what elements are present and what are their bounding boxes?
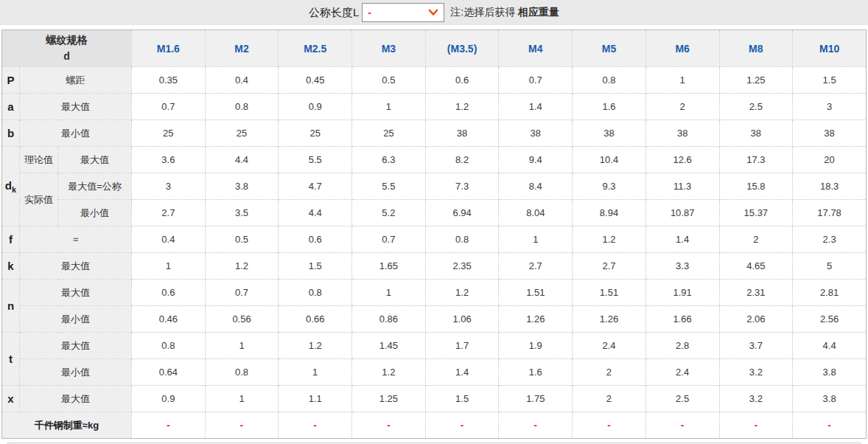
row-key: k [2,253,20,280]
value-cell: 1.4 [499,94,573,120]
table-row: k最大值11.21.51.652.352.72.73.34.655 [2,253,867,280]
value-cell: 0.4 [205,67,279,94]
value-cell: 5.5 [352,173,426,200]
value-cell: - [719,412,793,439]
value-cell: 0.8 [132,333,206,359]
value-cell: 0.8 [573,67,646,94]
value-cell: 8.2 [425,147,499,173]
value-cell: 4.7 [279,173,352,200]
value-cell: 0.5 [352,67,426,94]
table-row: b最小值25252525383838383838 [2,120,867,147]
value-cell: 38 [719,120,793,147]
value-cell: 1.91 [645,280,719,306]
value-cell: 5 [793,253,867,280]
column-header: M6 [645,30,719,67]
nominal-length-select[interactable]: - [362,3,444,22]
value-cell: 2.06 [719,306,793,333]
value-cell: - [132,412,206,439]
value-cell: 2.7 [499,253,573,280]
value-cell: 9.4 [499,147,573,173]
value-cell: - [793,412,867,439]
table-row: x最大值0.911.11.251.51.7522.53.23.8 [2,386,867,412]
value-cell: 1.2 [425,94,499,120]
value-cell: 2.5 [645,386,719,412]
row-label: 最大值 [20,253,132,280]
thread-spec-corner-cell: 螺纹规格d [2,30,132,67]
column-header: M1.6 [132,30,206,67]
value-cell: 17.78 [793,200,867,226]
column-header: M10 [793,30,867,67]
value-cell: 0.6 [425,67,499,94]
table-row: P螺距0.350.40.450.50.60.70.811.251.5 [2,67,867,94]
row-key: f [2,226,20,253]
value-cell: 0.7 [205,280,279,306]
value-cell: 1.25 [719,67,793,94]
value-cell: 17.3 [719,147,793,173]
value-cell: 2.31 [719,280,793,306]
row-key: b [2,120,20,147]
value-cell: 1.2 [205,253,279,280]
value-cell: 0.6 [132,280,206,306]
value-cell: 1.2 [352,359,426,386]
row-key: dk [2,147,20,226]
value-cell: 1.6 [573,94,646,120]
value-cell: 15.37 [719,200,793,226]
value-cell: 0.7 [132,94,206,120]
value-cell: 1 [279,359,352,386]
row-key: n [2,280,20,333]
value-cell: 8.94 [573,200,646,226]
value-cell: 0.8 [205,94,279,120]
row-label: 实际值 [20,173,58,226]
value-cell: 1.5 [279,253,352,280]
value-cell: 4.4 [793,333,867,359]
value-cell: 25 [132,120,206,147]
row-label: 最大值 [20,333,132,359]
row-label: 最大值=公称 [58,173,132,200]
row-key: t [2,333,20,386]
value-cell: 6.94 [425,200,499,226]
row-footer-label: 千件钢制重≈kg [2,412,132,439]
value-cell: 1.1 [279,386,352,412]
spec-table: 螺纹规格dM1.6M2M2.5M3(M3.5)M4M5M6M8M10P螺距0.3… [1,30,867,439]
table-row: a最大值0.70.80.911.21.41.622.53 [2,94,867,120]
value-cell: 0.8 [205,359,279,386]
table-row: 实际值最大值=公称33.84.75.57.38.49.311.315.818.3 [2,173,867,200]
column-header: M2 [205,30,279,67]
chevron-down-icon [428,9,438,16]
value-cell: 1 [205,386,279,412]
row-label: 最大值 [20,386,132,412]
value-cell: 38 [793,120,867,147]
value-cell: 2.56 [793,306,867,333]
value-cell: 1 [352,280,426,306]
value-cell: 2 [573,386,646,412]
value-cell: 3 [793,94,867,120]
row-label: 最大值 [20,280,132,306]
value-cell: 1.75 [499,386,573,412]
value-cell: 1.9 [499,333,573,359]
column-header: M3 [352,30,426,67]
row-key: P [2,67,20,94]
table-row: dk理论值最大值3.64.45.56.38.29.410.412.617.320 [2,147,867,173]
value-cell: 1.5 [425,386,499,412]
value-cell: 1.51 [573,280,646,306]
value-cell: 8.4 [499,173,573,200]
value-cell: 0.7 [352,226,426,253]
column-header: M8 [719,30,793,67]
value-cell: 0.86 [352,306,426,333]
note-prefix: 注:选择后获得 [450,6,515,18]
table-row: 最小值2.73.54.45.26.948.048.9410.8715.3717.… [2,200,867,226]
value-cell: 3.5 [205,200,279,226]
value-cell: 3.8 [793,386,867,412]
value-cell: 0.35 [132,67,206,94]
value-cell: 12.6 [645,147,719,173]
value-cell: 1.45 [352,333,426,359]
value-cell: 3.6 [132,147,206,173]
value-cell: 3.8 [793,359,867,386]
value-cell: 38 [645,120,719,147]
value-cell: 1.06 [425,306,499,333]
header-row: 螺纹规格dM1.6M2M2.5M3(M3.5)M4M5M6M8M10 [2,30,867,67]
value-cell: 25 [279,120,352,147]
value-cell: - [573,412,646,439]
top-toolbar: 公称长度L - 注:选择后获得 相应重量 [0,0,868,25]
row-label: 螺距 [20,67,132,94]
